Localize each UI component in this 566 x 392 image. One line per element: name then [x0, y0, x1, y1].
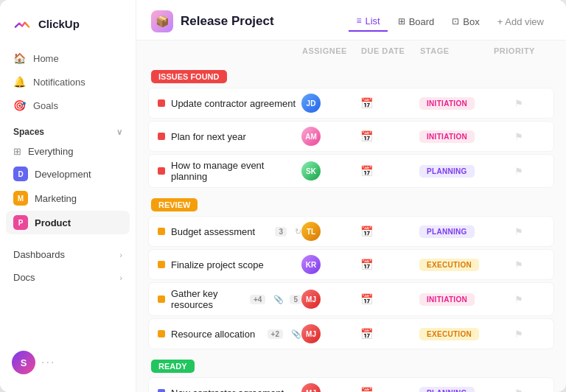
- sidebar-item-home[interactable]: 🏠 Home: [6, 47, 130, 69]
- table-row[interactable]: Update contractor agreement JD 📅 INITIAT…: [148, 88, 554, 119]
- priority-cell: ⚑: [493, 294, 545, 305]
- calendar-icon[interactable]: 📅: [360, 387, 373, 392]
- calendar-icon[interactable]: 📅: [360, 165, 373, 177]
- grid-icon: ⊞: [13, 146, 21, 157]
- table-row[interactable]: How to manage event planning SK 📅 PLANNI…: [148, 154, 554, 188]
- list-tab-label: List: [365, 15, 380, 27]
- avatar: TL: [301, 222, 321, 241]
- sidebar-item-dashboards[interactable]: Dashboards ›: [13, 245, 122, 265]
- priority-icon: ⚑: [514, 329, 523, 340]
- calendar-icon[interactable]: 📅: [360, 328, 373, 340]
- group-label-issues-found: ISSUES FOUND: [151, 70, 227, 83]
- spaces-header: Spaces ∨: [0, 116, 136, 141]
- group-issues-found: ISSUES FOUND Update contractor agreement…: [148, 70, 554, 188]
- task-name: Budget assessment: [171, 226, 269, 237]
- header-tabs: ≡ List ⊞ Board ⊡ Box + Add view: [349, 12, 551, 32]
- dashboards-label: Dashboards: [13, 249, 65, 260]
- stage-cell: PLANNING: [419, 387, 493, 393]
- stage-cell: INITIATION: [419, 97, 493, 110]
- sidebar-item-goals[interactable]: 🎯 Goals: [6, 94, 130, 116]
- docs-label: Docs: [13, 272, 35, 283]
- sidebar-nav: 🏠 Home 🔔 Notifications 🎯 Goals: [0, 47, 136, 116]
- task-name-cell: Resource allocation +2 📎: [158, 329, 301, 340]
- sidebar-user[interactable]: S ···: [0, 342, 136, 383]
- tab-list[interactable]: ≡ List: [349, 12, 387, 32]
- calendar-icon[interactable]: 📅: [360, 130, 373, 142]
- spaces-chevron-icon[interactable]: ∨: [116, 127, 122, 137]
- sidebar-item-development[interactable]: D Development: [6, 162, 130, 186]
- development-dot: D: [13, 167, 28, 181]
- add-view-button[interactable]: + Add view: [490, 13, 551, 31]
- clip-icon: 📎: [291, 329, 301, 339]
- group-ready: READY New contractor agreement MJ 📅 PLAN…: [148, 360, 554, 392]
- assignee-cell: MJ: [301, 383, 360, 392]
- table-row[interactable]: Finalize project scope KR 📅 EXECUTION ⚑: [148, 249, 554, 280]
- task-name-cell: Gather key resources +4 📎 5: [158, 288, 301, 310]
- sidebar-bottom-nav: Dashboards › Docs ›: [0, 234, 136, 289]
- task-dot-icon: [158, 167, 165, 175]
- task-count-badge: +4: [250, 295, 265, 304]
- stage-cell: PLANNING: [419, 165, 493, 178]
- assignee-cell: MJ: [301, 324, 360, 343]
- due-date-cell: 📅: [360, 293, 419, 305]
- assignee-cell: JD: [301, 94, 360, 113]
- development-label: Development: [35, 169, 91, 180]
- col-priority: PRIORITY: [494, 46, 545, 55]
- priority-cell: ⚑: [493, 259, 545, 270]
- col-assignee: ASSIGNEE: [302, 46, 361, 55]
- add-view-label: + Add view: [497, 16, 544, 27]
- sidebar-item-notifications[interactable]: 🔔 Notifications: [6, 71, 130, 93]
- sidebar: ClickUp 🏠 Home 🔔 Notifications 🎯 Goals S…: [0, 0, 136, 392]
- stage-cell: EXECUTION: [419, 328, 493, 340]
- task-name: Resource allocation: [171, 329, 262, 340]
- calendar-icon[interactable]: 📅: [360, 97, 373, 109]
- priority-cell: ⚑: [493, 226, 545, 237]
- group-label-review: REVIEW: [151, 198, 198, 211]
- task-name: New contractor agreement: [171, 388, 301, 393]
- tab-board[interactable]: ⊞ Board: [391, 13, 442, 31]
- table-header: ASSIGNEE DUE DATE STAGE PRIORITY: [148, 41, 554, 60]
- stage-badge: EXECUTION: [419, 259, 479, 271]
- stage-badge: INITIATION: [419, 97, 475, 110]
- home-label: Home: [33, 53, 59, 64]
- assignee-cell: TL: [301, 222, 360, 241]
- sidebar-item-marketing[interactable]: M Marketing: [6, 186, 130, 210]
- priority-cell: ⚑: [493, 388, 545, 393]
- table-row[interactable]: Gather key resources +4 📎 5 MJ 📅 INITIAT…: [148, 282, 554, 316]
- group-review: REVIEW Budget assessment 3 ↻ TL 📅: [148, 198, 554, 349]
- calendar-icon[interactable]: 📅: [360, 293, 373, 305]
- table-row[interactable]: Resource allocation +2 📎 MJ 📅 EXECUTION: [148, 318, 554, 349]
- task-dot-icon: [158, 261, 165, 268]
- due-date-cell: 📅: [360, 165, 419, 177]
- assignee-cell: KR: [301, 255, 360, 274]
- main-header: 📦 Release Project ≡ List ⊞ Board ⊡ Box: [136, 0, 566, 41]
- due-date-cell: 📅: [360, 97, 419, 109]
- user-menu-dots-icon[interactable]: ···: [41, 356, 55, 369]
- sidebar-logo[interactable]: ClickUp: [0, 13, 136, 47]
- task-attach-badge: 5: [290, 295, 301, 304]
- table-row[interactable]: Budget assessment 3 ↻ TL 📅 PLANNING ⚑: [148, 216, 554, 247]
- calendar-icon[interactable]: 📅: [360, 259, 373, 270]
- table-row[interactable]: Plan for next year AM 📅 INITIATION ⚑: [148, 121, 554, 152]
- product-label: Product: [35, 217, 71, 228]
- avatar: KR: [301, 255, 321, 274]
- assignee-cell: AM: [301, 127, 360, 146]
- docs-chevron-icon: ›: [119, 273, 122, 282]
- task-name: Finalize project scope: [171, 259, 301, 270]
- group-issues-found-text: ISSUES FOUND: [158, 72, 220, 81]
- priority-cell: ⚑: [493, 166, 545, 177]
- sidebar-item-everything[interactable]: ⊞ Everything: [6, 141, 130, 161]
- calendar-icon[interactable]: 📅: [360, 225, 373, 237]
- table-row[interactable]: New contractor agreement MJ 📅 PLANNING ⚑: [148, 377, 554, 392]
- stage-badge: EXECUTION: [419, 328, 479, 340]
- project-title: Release Project: [181, 14, 274, 29]
- task-dot-icon: [158, 99, 165, 107]
- tab-box[interactable]: ⊡ Box: [444, 13, 486, 31]
- avatar: MJ: [301, 383, 321, 392]
- sidebar-item-product[interactable]: P Product: [6, 211, 130, 234]
- sidebar-item-docs[interactable]: Docs ›: [13, 267, 122, 287]
- everything-label: Everything: [28, 146, 73, 157]
- marketing-dot: M: [13, 191, 28, 206]
- board-tab-icon: ⊞: [398, 16, 405, 27]
- task-count-badge: 3: [275, 227, 287, 237]
